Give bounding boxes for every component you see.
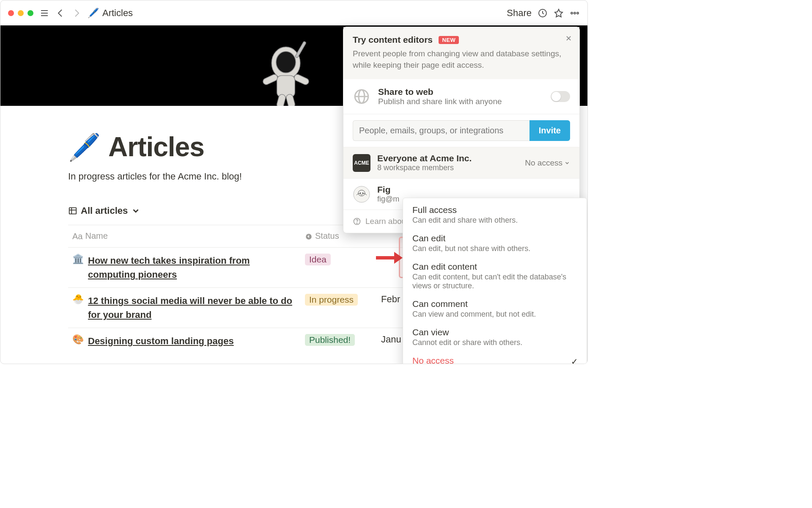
permission-menu: Full accessCan edit and share with other… — [403, 198, 587, 364]
svg-marker-30 — [394, 252, 403, 264]
permission-option[interactable]: Can edit contentCan edit content, but ca… — [403, 257, 587, 295]
svg-rect-15 — [295, 41, 307, 58]
status-badge: Idea — [305, 254, 331, 265]
perm-option-title: Can view — [412, 327, 577, 337]
forward-icon — [71, 8, 82, 18]
updates-icon[interactable] — [538, 8, 548, 18]
share-web-desc: Publish and share link with anyone — [378, 97, 502, 106]
permission-option[interactable]: Can viewCannot edit or share with others… — [403, 323, 587, 351]
maximize-window[interactable] — [27, 10, 33, 16]
status-badge: In progress — [305, 294, 358, 306]
perm-option-desc: Can edit, but not share with others. — [412, 244, 577, 253]
perm-option-title: Full access — [412, 205, 577, 215]
user-email: fig@m — [377, 195, 399, 204]
row-title: How new tech takes inspiration from comp… — [88, 254, 296, 282]
permission-option[interactable]: Can commentCan view and comment, but not… — [403, 295, 587, 323]
breadcrumb[interactable]: 🖊️ Articles — [88, 8, 133, 19]
svg-point-28 — [357, 223, 357, 224]
help-icon — [353, 217, 361, 226]
workspace-permission-selector[interactable]: No access — [525, 158, 570, 168]
svg-point-6 — [574, 12, 576, 14]
workspace-access-row[interactable]: ACME Everyone at Acme Inc. 8 workspace m… — [343, 147, 579, 178]
share-web-toggle[interactable] — [551, 91, 570, 102]
svg-rect-12 — [294, 74, 310, 86]
chevron-down-icon — [131, 206, 140, 215]
more-icon[interactable] — [570, 8, 580, 18]
invite-input[interactable] — [353, 120, 529, 141]
perm-option-title: No access — [412, 356, 577, 364]
row-emoji: 🎨 — [72, 334, 84, 348]
favorite-icon[interactable] — [554, 8, 564, 18]
back-icon[interactable] — [55, 8, 66, 18]
user-name: Fig — [377, 185, 399, 195]
share-panel: Try content editors NEW ✕ Prevent people… — [343, 27, 580, 233]
row-emoji: 🏛️ — [72, 254, 84, 282]
svg-point-26 — [362, 192, 364, 193]
perm-option-title: Can edit — [412, 233, 577, 243]
topbar: 🖊️ Articles Share — [0, 0, 587, 25]
promo-description: Prevent people from changing view and da… — [353, 48, 570, 71]
svg-point-23 — [354, 186, 370, 202]
annotation-arrow — [374, 249, 403, 270]
perm-option-desc: Can edit and share with others. — [412, 216, 577, 225]
svg-marker-4 — [555, 9, 562, 17]
status-badge: Published! — [305, 334, 355, 346]
row-title: 12 things social media will never be abl… — [88, 294, 296, 322]
svg-point-25 — [360, 192, 361, 193]
page-emoji[interactable]: 🖊️ — [68, 132, 101, 163]
svg-point-5 — [571, 12, 573, 14]
chevron-down-icon — [564, 160, 570, 166]
new-badge: NEW — [439, 36, 459, 44]
promo-banner: Try content editors NEW ✕ Prevent people… — [343, 27, 579, 79]
svg-rect-10 — [277, 75, 295, 97]
workspace-name: Everyone at Acme Inc. — [377, 153, 472, 163]
menu-icon[interactable] — [39, 8, 49, 18]
share-button[interactable]: Share — [507, 8, 532, 19]
globe-icon — [353, 88, 370, 105]
permission-option[interactable]: Can editCan edit, but not share with oth… — [403, 229, 587, 257]
view-label: All articles — [81, 205, 128, 216]
share-to-web-row: Share to web Publish and share link with… — [343, 79, 579, 114]
workspace-avatar: ACME — [353, 154, 370, 172]
invite-button[interactable]: Invite — [529, 120, 570, 141]
row-emoji: 🐣 — [72, 294, 84, 322]
breadcrumb-label: Articles — [102, 8, 133, 19]
minimize-window[interactable] — [18, 10, 24, 16]
user-avatar — [353, 185, 370, 203]
svg-point-7 — [577, 12, 579, 14]
perm-option-desc: Can edit content, but can't edit the dat… — [412, 273, 577, 290]
astronaut-image — [237, 32, 335, 106]
check-icon: ✓ — [571, 356, 578, 364]
perm-option-desc: Can view and comment, but not edit. — [412, 310, 577, 319]
svg-rect-16 — [69, 208, 77, 214]
workspace-sub: 8 workspace members — [377, 163, 472, 172]
row-title: Designing custom landing pages — [88, 334, 234, 348]
permission-option[interactable]: Full accessCan edit and share with other… — [403, 201, 587, 229]
page-title[interactable]: Articles — [108, 131, 204, 163]
svg-rect-11 — [262, 74, 279, 86]
close-window[interactable] — [8, 10, 14, 16]
perm-option-title: Can comment — [412, 299, 577, 309]
perm-option-desc: Cannot edit or share with others. — [412, 338, 577, 347]
svg-point-9 — [276, 51, 296, 73]
promo-title: Try content editors — [353, 35, 433, 45]
window-controls — [8, 10, 33, 16]
invite-row: Invite — [343, 114, 579, 147]
breadcrumb-emoji: 🖊️ — [88, 8, 99, 19]
share-web-title: Share to web — [378, 87, 502, 97]
close-icon[interactable]: ✕ — [565, 34, 572, 43]
table-icon — [68, 206, 77, 215]
permission-option[interactable]: No access✓ — [403, 351, 587, 364]
perm-option-title: Can edit content — [412, 262, 577, 272]
column-name[interactable]: AaName — [68, 225, 301, 248]
